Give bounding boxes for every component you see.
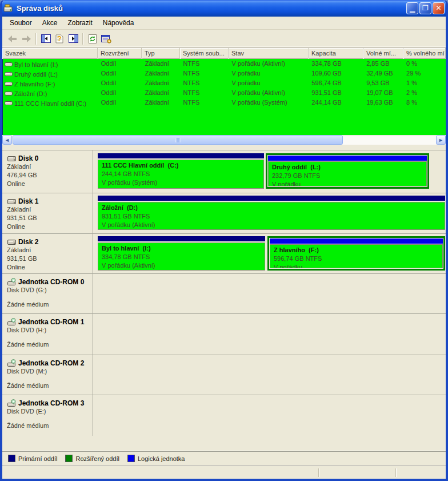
cdrom-1-area xyxy=(94,314,446,355)
volume-fs: NTFS xyxy=(181,98,229,108)
disk-1-info[interactable]: Disk 1 Základní 931,51 GB Online xyxy=(2,193,93,233)
cdrom-2-info[interactable]: Jednotka CD-ROM 2 Disk DVD (M:) Žádné mé… xyxy=(2,355,93,395)
volume-status: V pořádku (Systém) xyxy=(229,98,309,108)
minimize-icon: ▁ xyxy=(410,5,415,12)
menu-napoveda[interactable]: Nápověda xyxy=(98,17,139,29)
status-bar xyxy=(2,465,446,479)
disk-size: 476,94 GB xyxy=(7,171,89,180)
titlebar[interactable]: Správa disků ▁ ❐ ✕ xyxy=(0,0,448,17)
volume-layout: Oddíl xyxy=(98,78,142,88)
partition-l[interactable]: Druhý oddíl (L:) 232,79 GB NTFS V pořádk… xyxy=(266,153,429,189)
minimize-button[interactable]: ▁ xyxy=(406,2,418,14)
volume-name-cell: Z hlavního (F:) xyxy=(3,78,98,88)
disk-0-row: Disk 0 Základní 476,94 GB Online 111 CCC… xyxy=(2,150,446,193)
partition-i[interactable]: Byl to hlavní (I:) 334,78 GB NTFS V pořá… xyxy=(98,236,265,271)
col-volne-misto[interactable]: Volné mí... xyxy=(363,48,403,59)
back-button[interactable] xyxy=(6,32,19,46)
menu-akce[interactable]: Akce xyxy=(37,17,63,29)
show-action-pane-icon xyxy=(69,34,78,43)
col-svazek[interactable]: Svazek xyxy=(2,48,98,59)
volume-row-f[interactable]: Z hlavního (F:) Oddíl Základní NTFS V po… xyxy=(3,78,446,88)
disk-1-partitions: Záložní (D:) 931,51 GB NTFS V pořádku (A… xyxy=(94,193,446,233)
volume-fs: NTFS xyxy=(181,69,229,78)
volume-layout: Oddíl xyxy=(98,88,142,98)
volume-table-body: Byl to hlavní (I:) Oddíl Základní NTFS V… xyxy=(2,59,446,135)
help-icon: ? xyxy=(55,34,64,43)
volume-row-c[interactable]: 111 CCC Hlavní oddíl (C:) Oddíl Základní… xyxy=(3,98,446,108)
volume-name-cell: 111 CCC Hlavní oddíl (C:) xyxy=(3,98,98,108)
cdrom-icon xyxy=(7,359,17,367)
help-button[interactable]: ? xyxy=(53,32,66,46)
scroll-left-button[interactable]: ◄ xyxy=(2,135,12,145)
toolbar-separator xyxy=(82,33,83,45)
volume-icon xyxy=(5,101,13,106)
volume-icon xyxy=(5,91,13,96)
volume-table-header: Svazek Rozvržení Typ Systém soub... Stav… xyxy=(2,48,446,59)
volume-name: Z hlavního (F:) xyxy=(14,81,55,88)
col-stav[interactable]: Stav xyxy=(229,48,309,59)
primary-partition-stripe xyxy=(98,153,264,158)
col-kapacita[interactable]: Kapacita xyxy=(309,48,363,59)
maximize-button[interactable]: ❐ xyxy=(419,2,431,14)
cdrom-3-info[interactable]: Jednotka CD-ROM 3 Disk DVD (E:) Žádné mé… xyxy=(2,395,93,436)
cdrom-drive: Disk DVD (M:) xyxy=(7,367,89,376)
logical-drive-stripe xyxy=(270,238,443,244)
scrollbar-grip xyxy=(175,138,181,142)
volume-free: 32,49 GB xyxy=(363,69,403,78)
refresh-button[interactable] xyxy=(86,32,99,46)
rescan-disks-button[interactable] xyxy=(99,32,113,46)
partition-c[interactable]: 111 CCC Hlavní oddíl (C:) 244,14 GB NTFS… xyxy=(98,153,264,189)
partition-f[interactable]: Z hlavního (F:) 596,74 GB NTFS V pořádku xyxy=(267,236,445,271)
disk-status: Online xyxy=(7,263,89,272)
show-action-pane-button[interactable] xyxy=(66,32,80,46)
disk-status: Online xyxy=(7,222,89,231)
disk-size: 931,51 GB xyxy=(7,214,89,222)
disk-0-info[interactable]: Disk 0 Základní 476,94 GB Online xyxy=(2,150,93,193)
volume-layout: Oddíl xyxy=(98,59,142,69)
volume-free-pct: 29 % xyxy=(403,69,446,78)
partition-size: 232,79 GB NTFS xyxy=(272,172,423,180)
scrollbar-thumb[interactable] xyxy=(13,135,343,145)
disk-type: Základní xyxy=(7,246,89,255)
partition-status: V pořádku (Aktivní) xyxy=(102,221,441,229)
partition-size: 244,14 GB NTFS xyxy=(102,170,260,178)
col-pct-volneho-mista[interactable]: % volného mí xyxy=(403,48,446,59)
disk-2-info[interactable]: Disk 2 Základní 931,51 GB Online xyxy=(2,234,93,273)
menu-zobrazit[interactable]: Zobrazit xyxy=(62,17,97,29)
volume-capacity: 596,74 GB xyxy=(309,78,363,88)
legend-label: Rozšířený oddíl xyxy=(75,455,119,462)
cdrom-0-info[interactable]: Jednotka CD-ROM 0 Disk DVD (G:) Žádné mé… xyxy=(2,274,93,313)
volume-row-d[interactable]: Záložní (D:) Oddíl Základní NTFS V pořád… xyxy=(3,88,446,98)
partition-body: 111 CCC Hlavní oddíl (C:) 244,14 GB NTFS… xyxy=(98,160,264,189)
disk-management-window: Správa disků ▁ ❐ ✕ Soubor Akce Zobrazit … xyxy=(0,0,448,481)
cdrom-1-info[interactable]: Jednotka CD-ROM 1 Disk DVD (H:) Žádné mé… xyxy=(2,314,93,355)
legend-label: Logická jednotka xyxy=(138,455,185,462)
menu-soubor[interactable]: Soubor xyxy=(5,17,37,29)
cdrom-3-row: Jednotka CD-ROM 3 Disk DVD (E:) Žádné mé… xyxy=(2,395,446,436)
cdrom-drive: Disk DVD (E:) xyxy=(7,407,89,416)
partition-label: Z hlavního (F:) xyxy=(274,246,439,255)
forward-button[interactable] xyxy=(19,32,33,46)
volume-status: V pořádku (Aktivní) xyxy=(229,88,309,98)
col-typ[interactable]: Typ xyxy=(142,48,180,59)
volume-free-pct: 8 % xyxy=(403,98,446,108)
close-button[interactable]: ✕ xyxy=(433,2,445,14)
volume-row-l[interactable]: Druhý oddíl (L:) Oddíl Základní NTFS V p… xyxy=(3,69,446,78)
partition-d[interactable]: Záložní (D:) 931,51 GB NTFS V pořádku (A… xyxy=(98,196,445,230)
partition-status: V pořádku (Aktivní) xyxy=(102,261,261,270)
col-rozvrzeni[interactable]: Rozvržení xyxy=(98,48,142,59)
col-system-souboru[interactable]: Systém soub... xyxy=(180,48,229,59)
scrollbar-track[interactable] xyxy=(343,135,436,145)
partition-size: 596,74 GB NTFS xyxy=(274,255,439,263)
legend-logical: Logická jednotka xyxy=(127,455,185,462)
volume-free-pct: 2 % xyxy=(403,88,446,98)
show-console-tree-button[interactable] xyxy=(39,32,53,46)
disk-2-row: Disk 2 Základní 931,51 GB Online Byl to … xyxy=(2,233,446,273)
spacer xyxy=(7,416,89,422)
volume-row-i[interactable]: Byl to hlavní (I:) Oddíl Základní NTFS V… xyxy=(3,59,446,69)
volume-free: 19,63 GB xyxy=(363,98,403,108)
primary-partition-stripe xyxy=(98,236,265,241)
disk-type: Základní xyxy=(7,205,89,214)
horizontal-scrollbar[interactable]: ◄ ► xyxy=(2,135,446,145)
scroll-right-button[interactable]: ► xyxy=(436,135,446,145)
